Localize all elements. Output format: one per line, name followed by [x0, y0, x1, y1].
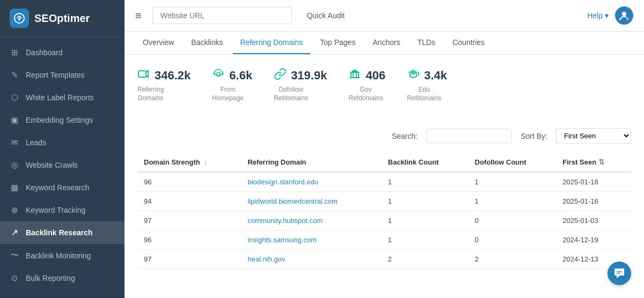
domain-link[interactable]: lipidworld.biomedcentral.com: [247, 197, 338, 205]
stat-edu-refdomains: 3.4k EduRefdomains: [407, 68, 447, 102]
col-header-backlink-count: Backlink Count: [382, 152, 469, 172]
stat-icon-from-homepage: [212, 68, 225, 84]
sidebar-item-keyword-research[interactable]: ▦ Keyword Research: [0, 176, 125, 199]
content-area: 346.2k ReferringDomains 6.6k FromHomepag…: [125, 55, 644, 298]
sidebar-item-backlink-monitoring[interactable]: 〜 Backlink Monitoring: [0, 244, 125, 267]
cell-referring-domain[interactable]: lipidworld.biomedcentral.com: [241, 192, 381, 211]
svg-rect-8: [350, 73, 352, 77]
sidebar-item-report-templates[interactable]: ✎ Report Templates: [0, 64, 125, 86]
tab-referring-domains[interactable]: Referring Domains: [233, 32, 311, 54]
stat-value: 319.9k: [291, 69, 327, 83]
sidebar-item-label: Backlink Monitoring: [26, 251, 91, 260]
domain-link[interactable]: heal.nih.gov: [247, 255, 285, 263]
white-label-reports-icon: ⬡: [10, 93, 19, 102]
bulk-reporting-icon: ⊙: [10, 273, 19, 283]
stat-gov-refdomains: 406 GovRefdomains: [348, 68, 385, 102]
help-label: Help: [587, 11, 603, 20]
cell-referring-domain[interactable]: community.hubspot.com: [241, 211, 381, 230]
svg-point-6: [217, 72, 220, 76]
cell-backlink-count: 1: [382, 192, 469, 211]
stat-label: EduRefdomains: [407, 86, 441, 102]
stat-value-row: 346.2k: [137, 68, 191, 84]
sidebar-item-backlink-research[interactable]: ↗ Backlink Research: [0, 221, 125, 244]
help-button[interactable]: Help ▾: [587, 11, 609, 20]
svg-point-4: [627, 18, 628, 20]
url-input[interactable]: [152, 7, 292, 24]
cell-backlink-count: 2: [382, 250, 469, 269]
search-sort-bar: Search: Sort By: First SeenDomain Streng…: [137, 128, 631, 144]
cell-first-seen: 2025-01-16: [556, 192, 631, 211]
cell-referring-domain[interactable]: insights.samsung.com: [241, 230, 381, 250]
sidebar-item-website-crawls[interactable]: ◎ Website Crawls: [0, 154, 125, 176]
stat-label: ReferringDomains: [137, 86, 164, 102]
domain-link[interactable]: insights.samsung.com: [247, 236, 317, 244]
avatar[interactable]: [615, 6, 633, 25]
chat-button[interactable]: [608, 262, 631, 285]
stats-row: 346.2k ReferringDomains 6.6k FromHomepag…: [137, 68, 631, 113]
cell-dofollow-count: 1: [469, 192, 557, 211]
cell-backlink-count: 1: [382, 172, 469, 192]
table-row: 94 lipidworld.biomedcentral.com 1 1 2025…: [137, 192, 631, 211]
col-header-dofollow-count: Dofollow Count: [469, 152, 557, 172]
cell-referring-domain[interactable]: biodesign.stanford.edu: [241, 172, 381, 192]
sidebar-item-dashboard[interactable]: ⊞ Dashboard: [0, 41, 125, 64]
stat-label: FromHomepage: [212, 86, 244, 102]
cell-domain-strength: 97: [137, 211, 241, 230]
stat-value-row: 3.4k: [407, 68, 447, 84]
logo-text: SEOptimer: [34, 12, 90, 25]
col-header-first-seen[interactable]: First Seen ⇅: [556, 152, 631, 172]
tab-countries[interactable]: Countries: [445, 32, 492, 54]
tab-backlinks[interactable]: Backlinks: [184, 32, 230, 54]
table-row: 96 insights.samsung.com 1 0 2024-12-19: [137, 230, 631, 250]
filter-icon[interactable]: ⇅: [598, 158, 605, 166]
stat-icon-dofollow-refdomains: [274, 68, 287, 84]
sidebar-item-label: Keyword Research: [26, 183, 89, 192]
tab-overview[interactable]: Overview: [135, 32, 181, 54]
col-header-referring-domain: Referring Domain: [241, 152, 381, 172]
sidebar-item-leads[interactable]: ✉ Leads: [0, 131, 125, 154]
sidebar-item-bulk-reporting[interactable]: ⊙ Bulk Reporting: [0, 267, 125, 289]
svg-rect-10: [356, 73, 357, 77]
domain-link[interactable]: community.hubspot.com: [247, 217, 323, 225]
svg-rect-5: [138, 71, 146, 77]
sidebar-item-keyword-tracking[interactable]: ⊕ Keyword Tracking: [0, 199, 125, 221]
table-row: 97 community.hubspot.com 1 0 2025-01-03: [137, 211, 631, 230]
backlink-research-icon: ↗: [10, 228, 19, 237]
sidebar-nav: ⊞ Dashboard✎ Report Templates⬡ White Lab…: [0, 37, 125, 298]
embedding-settings-icon: ▣: [10, 115, 19, 125]
svg-point-2: [622, 12, 626, 16]
logo-icon: [10, 9, 29, 28]
stat-icon-referring-domains: [137, 68, 150, 84]
sidebar-item-label: Leads: [26, 138, 46, 147]
sidebar-logo[interactable]: SEOptimer: [0, 0, 125, 37]
sidebar-item-white-label-reports[interactable]: ⬡ White Label Reports: [0, 86, 125, 109]
cell-referring-domain[interactable]: heal.nih.gov: [241, 250, 381, 269]
stat-value: 6.6k: [229, 69, 252, 83]
stat-icon-gov-refdomains: [348, 68, 361, 84]
chevron-down-icon: ▾: [605, 11, 609, 20]
tab-anchors[interactable]: Anchors: [365, 32, 407, 54]
cell-domain-strength: 96: [137, 230, 241, 250]
hamburger-icon[interactable]: ≡: [135, 10, 142, 22]
sidebar-item-embedding-settings[interactable]: ▣ Embedding Settings: [0, 109, 125, 131]
sort-arrow-icon: ↕: [204, 159, 207, 166]
stat-from-homepage: 6.6k FromHomepage: [212, 68, 252, 102]
search-input[interactable]: [426, 129, 512, 143]
sidebar: SEOptimer ⊞ Dashboard✎ Report Templates⬡…: [0, 0, 125, 298]
sort-select[interactable]: First SeenDomain StrengthBacklink CountD…: [556, 128, 631, 144]
cell-dofollow-count: 2: [469, 250, 557, 269]
cell-first-seen: 2025-01-18: [556, 172, 631, 192]
domain-link[interactable]: biodesign.stanford.edu: [247, 178, 318, 186]
svg-point-1: [18, 18, 20, 20]
sidebar-item-label: Embedding Settings: [26, 116, 93, 124]
stat-referring-domains: 346.2k ReferringDomains: [137, 68, 191, 102]
tab-top-pages[interactable]: Top Pages: [312, 32, 363, 54]
cell-dofollow-count: 1: [469, 172, 557, 192]
col-header-domain-strength[interactable]: Domain Strength ↕: [137, 152, 241, 172]
sidebar-item-label: Bulk Reporting: [26, 274, 75, 282]
quick-audit-button[interactable]: Quick Audit: [298, 8, 354, 24]
tab-tlds[interactable]: TLDs: [410, 32, 443, 54]
cell-first-seen: 2025-01-03: [556, 211, 631, 230]
stat-label: DofollowRefdomains: [274, 86, 308, 102]
svg-rect-11: [358, 73, 359, 77]
